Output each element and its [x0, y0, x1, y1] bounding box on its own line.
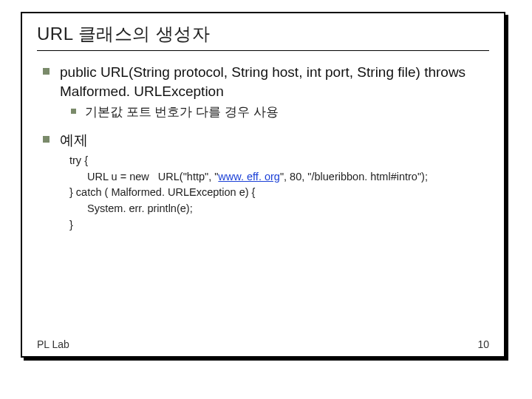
constructor-signature: public URL(String protocol, String host,…	[60, 63, 489, 100]
page-number: 10	[477, 338, 489, 350]
code-line: } catch ( Malformed. URLException e) {	[69, 185, 489, 201]
sub-bullet-text: 기본값 포트 번호가 다를 경우 사용	[85, 103, 279, 120]
square-bullet-icon	[43, 68, 50, 75]
list-item: 기본값 포트 번호가 다를 경우 사용	[71, 103, 489, 120]
code-line: System. err. println(e);	[69, 201, 489, 217]
example-heading: 예제	[60, 131, 489, 150]
footer-left: PL Lab	[37, 338, 69, 350]
footer: PL Lab 10	[37, 338, 489, 350]
code-text: ", 80, "/blueribbon. html#intro");	[280, 171, 428, 183]
list-item: 예제	[43, 131, 489, 150]
square-bullet-icon	[43, 136, 50, 143]
code-line: URL u = new URL("http", "www. eff. org",…	[69, 169, 489, 185]
url-link[interactable]: www. eff. org	[218, 171, 280, 183]
code-line: }	[69, 217, 489, 233]
code-line: try {	[69, 153, 489, 169]
slide-title: URL 클래스의 생성자	[37, 22, 489, 51]
slide: URL 클래스의 생성자 public URL(String protocol,…	[21, 12, 505, 358]
code-block: try { URL u = new URL("http", "www. eff.…	[69, 153, 489, 233]
square-bullet-icon	[71, 109, 76, 114]
list-item: public URL(String protocol, String host,…	[43, 63, 489, 100]
code-text: URL u = new URL("http", "	[81, 171, 218, 183]
